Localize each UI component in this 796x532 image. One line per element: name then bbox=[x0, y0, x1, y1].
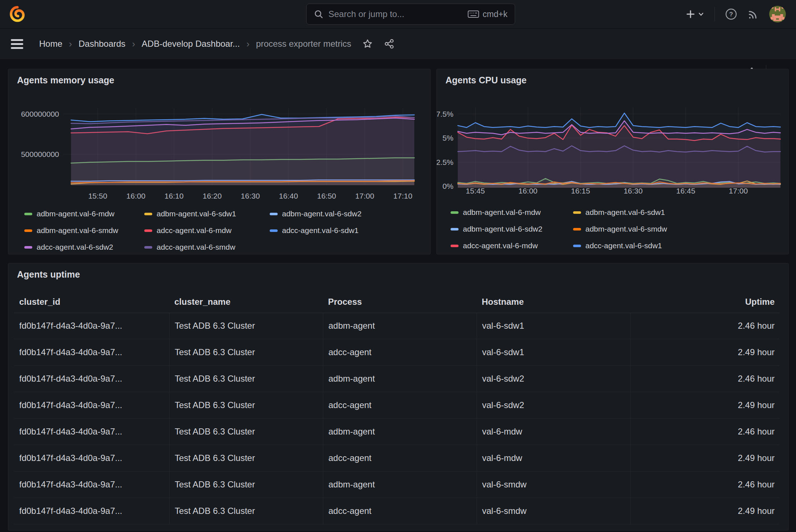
svg-text:16:40: 16:40 bbox=[279, 192, 298, 200]
table-cell: adbm-agent bbox=[323, 471, 477, 498]
panel-agents-memory-usage: Agents memory usage 50000000060000000015… bbox=[8, 69, 431, 254]
legend-item[interactable]: adbm-agent.val-6-smdw bbox=[24, 225, 144, 236]
svg-text:?: ? bbox=[729, 11, 733, 18]
table-cell: Test ADB 6.3 Cluster bbox=[169, 419, 323, 445]
legend-swatch bbox=[270, 213, 278, 215]
legend-swatch bbox=[573, 211, 581, 214]
avatar-pixel-art bbox=[769, 6, 786, 22]
table-cell: adbm-agent bbox=[323, 366, 477, 392]
news-button[interactable] bbox=[747, 8, 759, 20]
svg-text:17:10: 17:10 bbox=[393, 192, 412, 200]
keyboard-icon bbox=[468, 10, 479, 18]
table-row[interactable]: fd0b147f-d4a3-4d0a-9a7...Test ADB 6.3 Cl… bbox=[14, 366, 780, 392]
svg-text:500000000: 500000000 bbox=[21, 150, 59, 158]
table-cell: val-6-sdw1 bbox=[477, 339, 630, 365]
table-cell: 2.49 hour bbox=[630, 498, 780, 524]
svg-text:17:00: 17:00 bbox=[729, 187, 748, 195]
legend-swatch bbox=[451, 211, 459, 214]
table-cell: val-6-mdw bbox=[477, 419, 630, 445]
svg-text:16:30: 16:30 bbox=[623, 187, 643, 195]
column-header-cluster-name[interactable]: cluster_name bbox=[169, 297, 323, 307]
table-row[interactable]: fd0b147f-d4a3-4d0a-9a7...Test ADB 6.3 Cl… bbox=[14, 419, 780, 445]
grafana-logo[interactable] bbox=[9, 5, 26, 23]
search-placeholder: Search or jump to... bbox=[328, 9, 463, 19]
table-cell: fd0b147f-d4a3-4d0a-9a7... bbox=[14, 366, 169, 392]
legend-swatch bbox=[573, 228, 581, 230]
legend-item[interactable]: adcc-agent.val-6-mdw bbox=[451, 240, 573, 251]
legend-item[interactable]: adbm-agent.val-6-sdw1 bbox=[573, 207, 667, 218]
legend-item[interactable]: adcc-agent.val-6-mdw bbox=[144, 225, 270, 236]
table-row[interactable]: fd0b147f-d4a3-4d0a-9a7...Test ADB 6.3 Cl… bbox=[14, 498, 780, 524]
legend-item[interactable]: adbm-agent.val-6-sdw2 bbox=[451, 224, 573, 234]
breadcrumb-home[interactable]: Home bbox=[39, 39, 62, 49]
table-cell: adbm-agent bbox=[323, 419, 477, 445]
share-icon[interactable] bbox=[384, 38, 395, 49]
breadcrumb-separator: › bbox=[246, 38, 250, 50]
table-cell: Test ADB 6.3 Cluster bbox=[169, 339, 323, 365]
legend-item[interactable]: adcc-agent.val-6-smdw bbox=[144, 242, 270, 253]
svg-text:16:10: 16:10 bbox=[165, 192, 184, 200]
memory-usage-chart[interactable]: 50000000060000000015:5016:0016:1016:2016… bbox=[8, 104, 430, 205]
legend-label: adbm-agent.val-6-sdw1 bbox=[157, 209, 236, 218]
table-cell: val-6-smdw bbox=[477, 471, 630, 498]
table-cell: val-6-mdw bbox=[477, 445, 630, 471]
table-row[interactable]: fd0b147f-d4a3-4d0a-9a7...Test ADB 6.3 Cl… bbox=[14, 313, 780, 339]
table-row[interactable]: fd0b147f-d4a3-4d0a-9a7...Test ADB 6.3 Cl… bbox=[14, 445, 780, 471]
table-row[interactable]: fd0b147f-d4a3-4d0a-9a7...Test ADB 6.3 Cl… bbox=[14, 471, 780, 498]
legend-label: adbm-agent.val-6-sdw1 bbox=[585, 208, 665, 217]
star-icon[interactable] bbox=[362, 38, 373, 49]
breadcrumb-separator: › bbox=[132, 38, 135, 50]
legend-item[interactable]: adbm-agent.val-6-mdw bbox=[451, 207, 573, 218]
breadcrumb-current-page: process exporter metrics bbox=[256, 39, 351, 49]
table-cell: fd0b147f-d4a3-4d0a-9a7... bbox=[14, 392, 169, 418]
legend-label: adbm-agent.val-6-smdw bbox=[585, 225, 667, 233]
legend-item[interactable]: adbm-agent.val-6-sdw1 bbox=[144, 208, 270, 219]
mega-menu-toggle[interactable] bbox=[11, 39, 23, 49]
table-cell: adcc-agent bbox=[323, 339, 477, 365]
legend-label: adbm-agent.val-6-sdw2 bbox=[282, 209, 361, 218]
table-body: fd0b147f-d4a3-4d0a-9a7...Test ADB 6.3 Cl… bbox=[14, 313, 780, 524]
table-cell: fd0b147f-d4a3-4d0a-9a7... bbox=[14, 471, 169, 498]
svg-text:600000000: 600000000 bbox=[21, 110, 59, 118]
table-row[interactable]: fd0b147f-d4a3-4d0a-9a7...Test ADB 6.3 Cl… bbox=[14, 339, 780, 366]
user-avatar[interactable] bbox=[769, 6, 786, 22]
grafana-dashboard: Search or jump to... cmd+k bbox=[0, 0, 796, 532]
svg-text:7.5%: 7.5% bbox=[437, 110, 453, 118]
legend-item[interactable]: adbm-agent.val-6-mdw bbox=[24, 208, 144, 219]
column-header-hostname[interactable]: Hostname bbox=[477, 297, 630, 307]
table-cell: 2.46 hour bbox=[630, 366, 780, 392]
topbar-divider bbox=[714, 7, 715, 21]
table-cell: val-6-sdw1 bbox=[477, 313, 630, 339]
svg-text:2.5%: 2.5% bbox=[437, 158, 453, 166]
cpu-usage-chart[interactable]: 0%2.5%5%7.5%15:4516:0016:1516:3016:4517:… bbox=[437, 104, 788, 205]
legend-item[interactable]: adcc-agent.val-6-sdw1 bbox=[573, 240, 667, 251]
table-cell: fd0b147f-d4a3-4d0a-9a7... bbox=[14, 313, 169, 339]
breadcrumb-bar: Home › Dashboards › ADB-develop Dashboar… bbox=[0, 28, 796, 59]
legend-label: adcc-agent.val-6-sdw2 bbox=[37, 243, 113, 252]
table-cell: adcc-agent bbox=[323, 498, 477, 524]
legend-item[interactable]: adbm-agent.val-6-sdw2 bbox=[270, 208, 361, 219]
table-row[interactable]: fd0b147f-d4a3-4d0a-9a7...Test ADB 6.3 Cl… bbox=[14, 392, 780, 419]
panel-title[interactable]: Agents uptime bbox=[17, 269, 80, 280]
help-button[interactable]: ? bbox=[725, 8, 737, 20]
legend-item[interactable]: adbm-agent.val-6-smdw bbox=[573, 224, 667, 234]
breadcrumb-dashboards[interactable]: Dashboards bbox=[79, 39, 125, 49]
breadcrumb: Home › Dashboards › ADB-develop Dashboar… bbox=[39, 38, 351, 50]
panel-title[interactable]: Agents CPU usage bbox=[445, 75, 527, 86]
search-input[interactable]: Search or jump to... cmd+k bbox=[306, 4, 515, 25]
legend-label: adbm-agent.val-6-sdw2 bbox=[463, 225, 542, 233]
new-dashboard-button[interactable] bbox=[685, 9, 704, 19]
rss-icon bbox=[747, 8, 759, 20]
legend-label: adcc-agent.val-6-sdw1 bbox=[585, 241, 662, 250]
panel-title[interactable]: Agents memory usage bbox=[17, 75, 114, 86]
legend-item[interactable]: adcc-agent.val-6-sdw2 bbox=[24, 242, 144, 253]
table-cell: fd0b147f-d4a3-4d0a-9a7... bbox=[14, 339, 169, 365]
table-cell: val-6-smdw bbox=[477, 498, 630, 524]
column-header-process[interactable]: Process bbox=[323, 297, 477, 307]
breadcrumb-dashboard-name[interactable]: ADB-develop Dashboar... bbox=[142, 39, 240, 49]
table-cell: adbm-agent bbox=[323, 313, 477, 339]
column-header-cluster-id[interactable]: cluster_id bbox=[14, 297, 169, 307]
chevron-down-icon bbox=[698, 11, 704, 17]
column-header-uptime[interactable]: Uptime bbox=[630, 297, 780, 307]
legend-item[interactable]: adcc-agent.val-6-sdw1 bbox=[270, 225, 361, 236]
